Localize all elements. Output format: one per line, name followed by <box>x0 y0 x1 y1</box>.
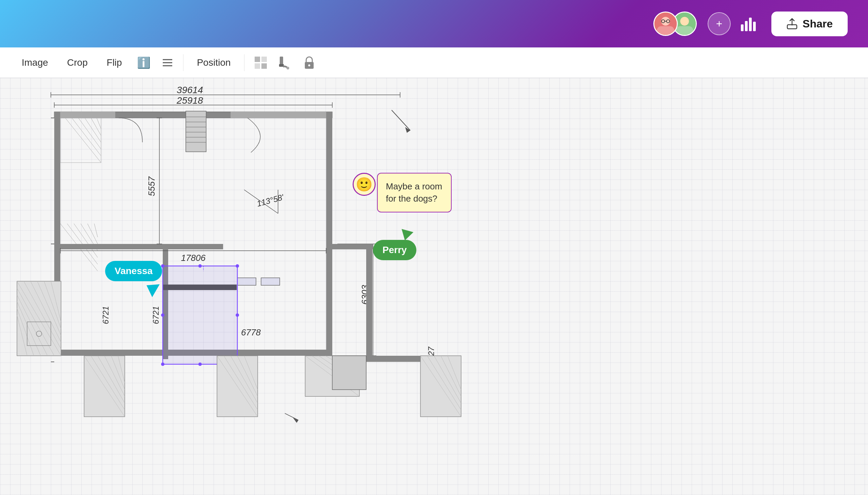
grid-icon[interactable] <box>250 52 271 73</box>
position-label: Position <box>197 57 231 68</box>
svg-line-47 <box>60 112 101 163</box>
svg-rect-12 <box>753 22 756 31</box>
svg-line-141 <box>285 413 298 420</box>
svg-rect-2 <box>657 26 674 35</box>
paint-icon[interactable] <box>274 52 296 73</box>
svg-point-24 <box>286 67 289 69</box>
svg-line-139 <box>391 110 410 131</box>
svg-point-111 <box>236 313 239 317</box>
divider-2 <box>244 54 245 71</box>
svg-line-56 <box>74 224 98 257</box>
crop-label: Crop <box>67 57 88 68</box>
toolbar: Image Crop Flip ℹ️ Position <box>0 48 868 78</box>
svg-text:6721: 6721 <box>101 306 110 324</box>
svg-point-110 <box>236 264 239 268</box>
add-collaborator-button[interactable]: + <box>707 12 731 35</box>
svg-rect-107 <box>163 266 237 364</box>
svg-line-48 <box>67 112 101 156</box>
svg-line-59 <box>94 224 98 237</box>
toolbar-image[interactable]: Image <box>14 52 56 73</box>
toolbar-flip[interactable]: Flip <box>99 52 130 73</box>
vanessa-badge: Vanessa <box>105 261 162 281</box>
avatar-user1[interactable] <box>653 12 678 36</box>
comment-bubble: Maybe a room for the dogs? <box>377 173 452 212</box>
svg-rect-11 <box>749 18 752 31</box>
lines-icon[interactable] <box>157 52 178 73</box>
lock-icon[interactable] <box>299 52 320 73</box>
svg-rect-95 <box>366 244 372 359</box>
svg-point-115 <box>161 313 164 317</box>
svg-point-114 <box>161 362 164 366</box>
perry-badge: Perry <box>373 240 416 260</box>
svg-rect-18 <box>255 56 260 62</box>
share-label: Share <box>803 18 833 30</box>
svg-rect-35 <box>231 112 332 118</box>
header: + Share <box>0 0 868 48</box>
canvas-area: 39614 25918 <box>0 78 868 495</box>
svg-text:5557: 5557 <box>147 176 157 196</box>
svg-rect-8 <box>676 26 693 35</box>
flip-label: Flip <box>107 57 122 68</box>
svg-rect-39 <box>186 111 206 152</box>
comment-avatar: 🙂 <box>353 173 376 196</box>
svg-text:113°58': 113°58' <box>256 192 285 208</box>
stats-icon[interactable] <box>739 14 758 33</box>
svg-rect-9 <box>741 24 744 31</box>
svg-rect-37 <box>326 112 332 356</box>
svg-rect-98 <box>261 278 280 285</box>
svg-rect-23 <box>279 64 284 67</box>
svg-rect-106 <box>332 356 366 390</box>
perry-label: Perry <box>382 245 407 255</box>
toolbar-crop[interactable]: Crop <box>59 52 96 73</box>
svg-text:6721: 6721 <box>151 306 161 324</box>
svg-text:17806: 17806 <box>181 253 206 263</box>
svg-point-113 <box>198 362 202 366</box>
svg-rect-10 <box>745 21 748 31</box>
svg-rect-21 <box>262 63 267 69</box>
share-button[interactable]: Share <box>771 12 848 36</box>
svg-point-108 <box>161 264 164 268</box>
comment-text: Maybe a room for the dogs? <box>386 181 442 204</box>
vanessa-label: Vanessa <box>115 266 153 276</box>
svg-point-26 <box>308 64 310 66</box>
toolbar-position[interactable]: Position <box>189 52 239 73</box>
info-icon[interactable]: ℹ️ <box>133 52 155 73</box>
svg-point-7 <box>680 17 689 26</box>
svg-rect-97 <box>237 278 256 285</box>
svg-rect-34 <box>54 112 115 118</box>
divider-1 <box>183 54 183 71</box>
svg-rect-20 <box>255 63 260 69</box>
svg-rect-72 <box>60 244 223 249</box>
svg-text:6778: 6778 <box>241 327 261 338</box>
svg-line-58 <box>87 224 98 244</box>
svg-rect-19 <box>262 56 267 62</box>
floorplan: 39614 25918 <box>0 78 868 495</box>
collaborator-avatars <box>653 12 697 36</box>
dim-25918: 25918 <box>176 95 203 106</box>
image-label: Image <box>22 57 48 68</box>
dim-39614: 39614 <box>177 85 203 95</box>
svg-point-109 <box>198 264 202 268</box>
